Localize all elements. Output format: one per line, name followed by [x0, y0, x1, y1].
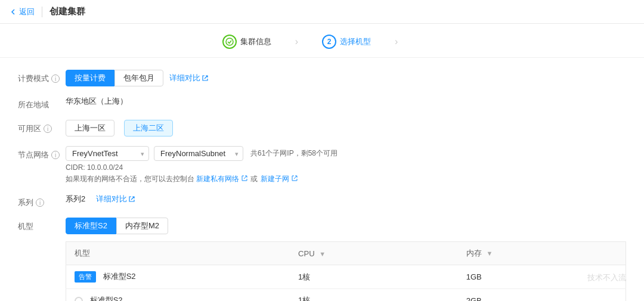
step-arrow-1: ›	[295, 36, 298, 47]
network-label: 节点网络 i	[18, 146, 66, 160]
machine-type-content: 标准型S2 内存型M2 机型 CPU ▼ 内存	[66, 218, 626, 301]
back-button[interactable]: 返回	[10, 7, 35, 17]
row-2-cpu-cell: 1核	[290, 289, 458, 302]
external-link-small-icon-2	[292, 175, 298, 181]
vpc-select-wrap: FreyVnetTest	[66, 146, 149, 161]
billing-tab-group: 按量计费 包年包月	[66, 70, 163, 86]
svg-point-0	[226, 38, 233, 45]
selected-badge: 告警	[75, 271, 96, 283]
cpu-filter-icon[interactable]: ▼	[319, 250, 326, 257]
network-row: 节点网络 i FreyVnetTest FreyNormalSubnet 共61…	[18, 146, 626, 184]
billing-mode-content: 按量计费 包年包月 详细对比	[66, 70, 626, 86]
az-label: 可用区 i	[18, 120, 66, 134]
network-info-icon[interactable]: i	[51, 151, 60, 159]
step-2-circle: 2	[322, 35, 336, 49]
row-1-name-cell: 告警 标准型S2	[66, 265, 290, 289]
new-vpc-link[interactable]: 新建私有网络	[196, 175, 249, 183]
zone-btn-1[interactable]: 上海一区	[66, 120, 114, 136]
tab-pay-as-you-go[interactable]: 按量计费	[66, 70, 114, 86]
step-1: 集群信息	[222, 35, 271, 49]
back-arrow-icon	[10, 8, 17, 15]
step-arrow-2: ›	[395, 36, 398, 47]
series-detail-link[interactable]: 详细对比	[96, 194, 135, 204]
table-row[interactable]: 标准型S2 1核 2GB	[66, 289, 626, 302]
cidr-text: CIDR: 10.0.0.0/24	[66, 163, 626, 172]
machine-type-row: 机型 标准型S2 内存型M2 机型 CPU ▼	[18, 218, 626, 301]
billing-mode-label: 计费模式 i	[18, 70, 66, 84]
network-info-text: 共61个子网IP，剩58个可用	[250, 148, 338, 159]
table-header-row: 机型 CPU ▼ 内存 ▼	[66, 242, 626, 265]
series-external-link-icon	[128, 196, 135, 203]
new-subnet-link[interactable]: 新建子网	[261, 175, 297, 183]
billing-mode-row: 计费模式 i 按量计费 包年包月 详细对比	[18, 70, 626, 86]
type-tab-memory[interactable]: 内存型M2	[116, 218, 168, 234]
step-2-number: 2	[327, 38, 332, 46]
series-content: 系列2 详细对比	[66, 194, 626, 204]
series-value: 系列2	[66, 194, 85, 204]
row-1-memory-cell: 1GB	[458, 265, 626, 289]
radio-circle[interactable]	[75, 297, 83, 301]
series-label: 系列 i	[18, 194, 66, 208]
network-content: FreyVnetTest FreyNormalSubnet 共61个子网IP，剩…	[66, 146, 626, 184]
tab-annual-monthly[interactable]: 包年包月	[114, 70, 163, 86]
network-selects-row: FreyVnetTest FreyNormalSubnet 共61个子网IP，剩…	[66, 146, 626, 161]
series-info-icon[interactable]: i	[36, 198, 44, 207]
network-hint: 如果现有的网络不合适，您可以去控制台 新建私有网络 或 新建子网	[66, 174, 626, 184]
page-title: 创建集群	[49, 6, 85, 17]
row-2-name: 标准型S2	[90, 296, 123, 301]
external-link-icon	[202, 75, 209, 82]
region-content: 华东地区（上海）	[66, 96, 626, 107]
type-tab-standard[interactable]: 标准型S2	[66, 218, 116, 234]
row-1-cpu-cell: 1核	[290, 265, 458, 289]
machine-type-label: 机型	[18, 218, 66, 232]
row-2-memory-cell: 2GB	[458, 289, 626, 302]
step-1-circle	[222, 35, 237, 49]
billing-detail-link[interactable]: 详细对比	[169, 73, 209, 83]
zone-btn-2[interactable]: 上海二区	[124, 120, 173, 136]
col-header-name: 机型	[66, 242, 290, 265]
region-label: 所在地域	[18, 96, 66, 110]
az-btn-group: 上海一区 上海二区	[66, 120, 626, 136]
az-info-icon[interactable]: i	[44, 125, 52, 133]
az-row: 可用区 i 上海一区 上海二区	[18, 120, 626, 136]
row-2-name-cell: 标准型S2	[66, 289, 290, 302]
header-divider	[42, 7, 42, 17]
main-content: 计费模式 i 按量计费 包年包月 详细对比 所在地域 华东地区（上海）	[0, 58, 644, 301]
row-1-name: 标准型S2	[103, 272, 136, 281]
region-value: 华东地区（上海）	[66, 97, 128, 105]
step-2-label: 选择机型	[340, 36, 371, 47]
subnet-select-wrap: FreyNormalSubnet	[154, 146, 243, 161]
region-row: 所在地域 华东地区（上海）	[18, 96, 626, 110]
machine-type-tab-group: 标准型S2 内存型M2	[66, 218, 626, 234]
machine-table: 机型 CPU ▼ 内存 ▼	[66, 241, 626, 301]
back-label: 返回	[19, 7, 35, 17]
table-row[interactable]: 告警 标准型S2 1核 1GB	[66, 265, 626, 289]
col-header-cpu: CPU ▼	[290, 242, 458, 265]
step-1-label: 集群信息	[240, 36, 271, 47]
az-content: 上海一区 上海二区	[66, 120, 626, 136]
col-header-memory: 内存 ▼	[458, 242, 626, 265]
subnet-select[interactable]: FreyNormalSubnet	[154, 146, 243, 161]
billing-info-icon[interactable]: i	[51, 75, 60, 83]
checkmark-icon	[225, 38, 234, 46]
top-header: 返回 创建集群	[0, 0, 644, 24]
vpc-select[interactable]: FreyVnetTest	[66, 146, 149, 161]
series-row: 系列 i 系列2 详细对比	[18, 194, 626, 208]
memory-filter-icon[interactable]: ▼	[486, 250, 493, 257]
external-link-small-icon	[242, 175, 247, 181]
step-bar: 集群信息 › 2 选择机型 ›	[0, 24, 644, 58]
step-2: 2 选择机型	[322, 35, 371, 49]
